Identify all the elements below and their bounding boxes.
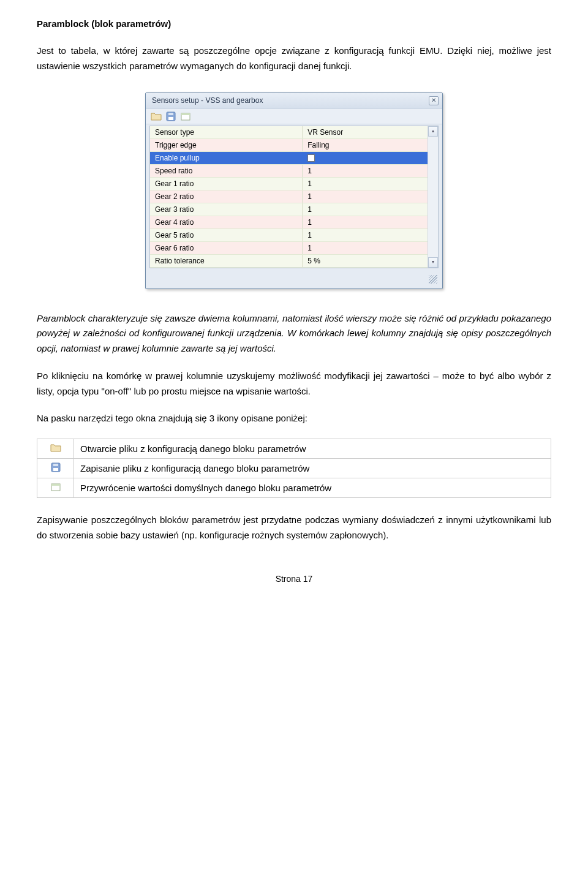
closing-paragraph: Zapisywanie poszczególnych bloków parame… <box>37 513 551 543</box>
folder-icon[interactable] <box>151 111 162 121</box>
param-label: Trigger edge <box>150 139 303 151</box>
icon-description: Zapisanie pliku z konfiguracją danego bl… <box>74 459 551 478</box>
screenshot-container: Sensors setup - VSS and gearbox ✕ Sensor… <box>37 92 551 289</box>
param-value[interactable]: 5 % <box>303 255 428 267</box>
svg-rect-9 <box>51 484 60 486</box>
table-row[interactable]: Speed ratio1 <box>150 165 428 178</box>
param-value[interactable]: 1 <box>303 216 428 228</box>
window-footer <box>146 272 442 288</box>
scrollbar-vertical[interactable]: ▴ ▾ <box>428 126 438 268</box>
param-label: Enable pullup <box>150 152 303 164</box>
svg-rect-2 <box>168 113 173 115</box>
page-number: Strona 17 <box>37 574 551 584</box>
table-row[interactable]: Gear 3 ratio1 <box>150 203 428 216</box>
toolbar-intro: Na pasku narzędzi tego okna znajdują się… <box>37 411 551 426</box>
param-grid: Sensor typeVR SensorTrigger edgeFallingE… <box>149 126 439 268</box>
svg-rect-6 <box>53 468 58 471</box>
scroll-down-icon[interactable]: ▾ <box>428 257 438 268</box>
table-row[interactable]: Trigger edgeFalling <box>150 139 428 152</box>
table-row[interactable]: Enable pullup <box>150 152 428 165</box>
param-label: Gear 3 ratio <box>150 203 303 216</box>
param-label: Gear 6 ratio <box>150 242 303 254</box>
param-value[interactable]: 1 <box>303 178 428 190</box>
param-value[interactable]: Falling <box>303 139 428 151</box>
param-label: Speed ratio <box>150 165 303 177</box>
param-value[interactable]: 1 <box>303 229 428 241</box>
param-value[interactable]: VR Sensor <box>303 126 428 138</box>
save-icon <box>37 459 74 478</box>
svg-rect-4 <box>181 113 190 115</box>
icon-description-table: Otwarcie pliku z konfiguracją danego blo… <box>37 439 551 498</box>
checkbox-icon[interactable] <box>307 154 315 162</box>
section-heading: Paramblock (blok parametrów) <box>37 18 551 29</box>
intro-paragraph: Jest to tabela, w której zawarte są posz… <box>37 43 551 74</box>
default-icon <box>37 478 74 498</box>
table-row[interactable]: Gear 5 ratio1 <box>150 229 428 242</box>
table-row[interactable]: Gear 1 ratio1 <box>150 178 428 190</box>
table-row: Zapisanie pliku z konfiguracją danego bl… <box>37 459 551 478</box>
param-value[interactable]: 1 <box>303 165 428 177</box>
icon-description: Otwarcie pliku z konfiguracją danego blo… <box>74 439 551 459</box>
window-titlebar: Sensors setup - VSS and gearbox ✕ <box>146 93 442 108</box>
table-row[interactable]: Ratio tolerance5 % <box>150 255 428 268</box>
param-label: Gear 2 ratio <box>150 190 303 203</box>
svg-rect-1 <box>168 117 173 120</box>
paramblock-word: Paramblock charakteryzuje się zawsze dwi… <box>37 311 551 356</box>
table-row: Otwarcie pliku z konfiguracją danego blo… <box>37 439 551 459</box>
svg-rect-7 <box>53 464 58 466</box>
param-label: Sensor type <box>150 126 303 138</box>
param-label: Ratio tolerance <box>150 255 303 267</box>
folder-icon <box>37 439 74 459</box>
param-value[interactable]: 1 <box>303 203 428 216</box>
table-row: Przywrócenie wartości domyślnych danego … <box>37 478 551 498</box>
window-body: Sensor typeVR SensorTrigger edgeFallingE… <box>146 124 442 272</box>
table-row[interactable]: Sensor typeVR Sensor <box>150 126 428 139</box>
param-label: Gear 5 ratio <box>150 229 303 241</box>
resize-handle[interactable] <box>429 275 437 284</box>
param-value[interactable] <box>303 152 428 164</box>
sensors-setup-window: Sensors setup - VSS and gearbox ✕ Sensor… <box>145 92 443 289</box>
window-title-text: Sensors setup - VSS and gearbox <box>152 96 263 105</box>
table-row[interactable]: Gear 6 ratio1 <box>150 242 428 255</box>
close-icon[interactable]: ✕ <box>429 96 439 105</box>
icon-description: Przywrócenie wartości domyślnych danego … <box>74 478 551 498</box>
modification-paragraph: Po kliknięciu na komórkę w prawej kolumn… <box>37 369 551 399</box>
scroll-up-icon[interactable]: ▴ <box>428 126 438 137</box>
param-value[interactable]: 1 <box>303 190 428 203</box>
default-icon[interactable] <box>180 111 191 121</box>
save-icon[interactable] <box>165 111 176 121</box>
param-label: Gear 1 ratio <box>150 178 303 190</box>
param-value[interactable]: 1 <box>303 242 428 254</box>
param-label: Gear 4 ratio <box>150 216 303 228</box>
window-toolbar <box>146 108 442 124</box>
table-row[interactable]: Gear 4 ratio1 <box>150 216 428 229</box>
table-row[interactable]: Gear 2 ratio1 <box>150 190 428 203</box>
